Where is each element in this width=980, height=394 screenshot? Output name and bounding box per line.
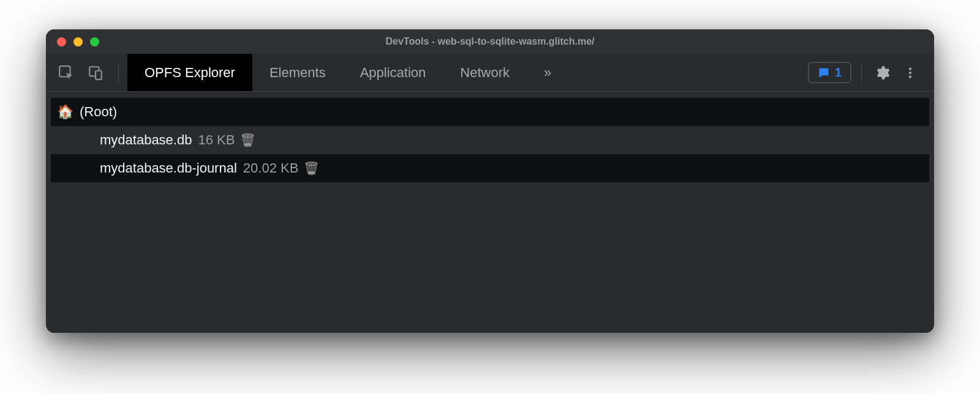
svg-rect-2	[96, 70, 102, 79]
svg-point-5	[909, 75, 911, 78]
toolbar: OPFS Explorer Elements Application Netwo…	[46, 54, 934, 92]
svg-point-3	[909, 67, 911, 70]
overflow-label: »	[544, 65, 551, 81]
delete-file-button[interactable]: 🗑️	[241, 133, 254, 147]
device-toolbar-icon[interactable]	[86, 64, 105, 82]
tab-application[interactable]: Application	[343, 54, 443, 91]
panel-tabs: OPFS Explorer Elements Application Netwo…	[127, 54, 568, 91]
window-controls	[57, 37, 99, 46]
file-name: mydatabase.db-journal	[100, 160, 237, 176]
separator	[118, 64, 119, 82]
tree-file-row[interactable]: mydatabase.db-journal 20.02 KB 🗑️	[51, 154, 929, 182]
tab-opfs-explorer[interactable]: OPFS Explorer	[127, 54, 252, 91]
titlebar: DevTools - web-sql-to-sqlite-wasm.glitch…	[46, 29, 934, 54]
window-title: DevTools - web-sql-to-sqlite-wasm.glitch…	[46, 36, 934, 47]
opfs-tree: 🏠 (Root) mydatabase.db 16 KB 🗑️ mydataba…	[46, 92, 934, 333]
settings-button[interactable]	[872, 62, 892, 83]
tabs-overflow-button[interactable]: »	[527, 54, 568, 91]
separator	[861, 64, 862, 82]
tab-elements[interactable]: Elements	[252, 54, 343, 91]
devtools-window: DevTools - web-sql-to-sqlite-wasm.glitch…	[46, 29, 934, 333]
minimize-window-button[interactable]	[74, 37, 83, 46]
file-size: 16 KB	[198, 132, 235, 148]
inspect-element-icon[interactable]	[57, 64, 75, 82]
kebab-icon	[903, 66, 917, 80]
more-options-button[interactable]	[900, 62, 921, 83]
issues-count: 1	[835, 65, 842, 80]
gear-icon	[874, 65, 890, 81]
tree-file-row[interactable]: mydatabase.db 16 KB 🗑️	[51, 126, 929, 154]
close-window-button[interactable]	[57, 37, 66, 46]
delete-file-button[interactable]: 🗑️	[304, 162, 318, 175]
root-label: (Root)	[80, 104, 117, 120]
toolbar-right: 1	[808, 54, 929, 91]
file-size: 20.02 KB	[243, 160, 299, 176]
svg-point-4	[909, 71, 911, 73]
tab-label: Application	[360, 65, 426, 81]
zoom-window-button[interactable]	[90, 37, 99, 46]
tab-label: OPFS Explorer	[145, 65, 235, 81]
tab-label: Network	[460, 65, 510, 81]
tab-label: Elements	[270, 65, 326, 81]
toolbar-left	[51, 54, 127, 91]
tree-root[interactable]: 🏠 (Root)	[51, 98, 929, 126]
home-icon: 🏠	[57, 104, 74, 120]
file-name: mydatabase.db	[100, 132, 192, 148]
tab-network[interactable]: Network	[443, 54, 527, 91]
issues-button[interactable]: 1	[808, 62, 851, 83]
chat-icon	[818, 67, 830, 79]
